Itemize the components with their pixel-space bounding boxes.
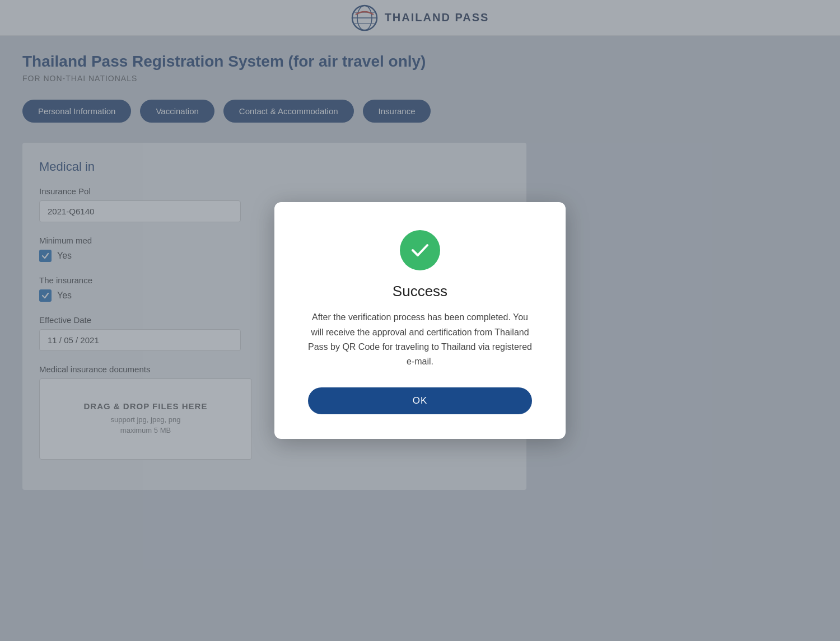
success-icon [400, 230, 440, 270]
modal-title: Success [308, 283, 532, 300]
modal-overlay: Success After the verification process h… [0, 0, 840, 641]
modal-ok-button[interactable]: OK [308, 387, 532, 414]
checkmark-icon [409, 240, 431, 261]
modal-message: After the verification process has been … [308, 310, 532, 369]
success-modal: Success After the verification process h… [274, 202, 566, 439]
